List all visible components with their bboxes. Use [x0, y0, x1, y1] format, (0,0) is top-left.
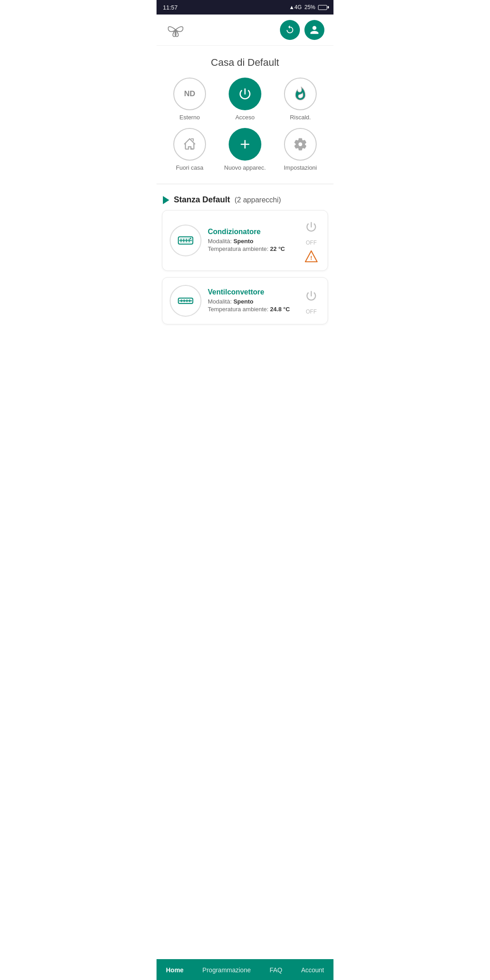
riscald-text: Riscald. [290, 114, 311, 121]
fuori-casa-text: Fuori casa [176, 164, 204, 171]
section-divider [157, 184, 333, 184]
condizionatore-controls: OFF ! [302, 218, 320, 263]
status-right: ▲4G 25% [289, 4, 327, 10]
riscald-button[interactable] [284, 78, 317, 110]
ventilconvettore-temp: Temperatura ambiente: 24.8 °C [208, 306, 298, 313]
plus-icon [238, 137, 252, 152]
ventilconvettore-controls: OFF [302, 287, 320, 315]
nuovo-apparec-button[interactable] [229, 128, 261, 161]
svg-point-0 [175, 29, 176, 31]
room-count: (2 apparecchi) [235, 196, 281, 204]
account-icon [309, 25, 319, 35]
status-time: 11:57 [163, 4, 178, 11]
impostazioni-text: Impostazioni [284, 164, 317, 171]
action-item-fuori-casa: Fuori casa [164, 128, 216, 171]
ventilconvettore-name: Ventilconvettore [208, 288, 298, 296]
condizionatore-temp: Temperatura ambiente: 22 °C [208, 245, 298, 252]
condizionatore-power-icon [305, 220, 318, 233]
device-card-condizionatore[interactable]: Condizionatore Modalità: Spento Temperat… [162, 210, 328, 271]
room-title: Stanza Default [174, 195, 230, 205]
svg-text:!: ! [310, 255, 312, 261]
condizionatore-modalita: Modalità: Spento [208, 238, 298, 245]
esterno-text: Esterno [180, 114, 200, 121]
main-content: Casa di Default ND Esterno Acceso [157, 46, 333, 374]
refresh-button[interactable] [280, 20, 300, 40]
home-away-icon [182, 137, 197, 152]
power-icon [238, 87, 252, 101]
action-item-impostazioni: Impostazioni [274, 128, 326, 171]
warning-icon: ! [304, 250, 318, 263]
room-header: Stanza Default (2 apparecchi) [157, 195, 333, 210]
account-button[interactable] [304, 20, 324, 40]
condizionatore-icon-wrap [170, 225, 201, 256]
ventilconvettore-power-button[interactable] [302, 287, 320, 305]
signal-icon: ▲4G [289, 4, 302, 10]
app-header [157, 15, 333, 46]
action-item-nuovo: Nuovo apparec. [219, 128, 271, 171]
impostazioni-button[interactable] [284, 128, 317, 161]
flame-icon [293, 87, 308, 101]
condizionatore-info: Condizionatore Modalità: Spento Temperat… [208, 228, 298, 253]
header-actions [280, 20, 324, 40]
ventilconvettore-status: OFF [306, 309, 317, 315]
room-section: Stanza Default (2 apparecchi) Condiziona… [157, 188, 333, 338]
condizionatore-power-button[interactable] [302, 218, 320, 236]
refresh-icon [285, 25, 295, 35]
status-bar: 11:57 ▲4G 25% [157, 0, 333, 15]
battery-icon [318, 5, 327, 10]
device-card-ventilconvettore[interactable]: Ventilconvettore Modalità: Spento Temper… [162, 277, 328, 324]
esterno-label: ND [184, 89, 196, 98]
page-title: Casa di Default [157, 46, 333, 78]
condizionatore-icon [177, 232, 194, 249]
svg-point-8 [190, 238, 191, 239]
ventilconvettore-icon-wrap [170, 285, 201, 317]
action-item-acceso: Acceso [219, 78, 271, 121]
room-chevron-icon [163, 196, 169, 204]
gear-icon [293, 137, 308, 152]
ventilconvettore-icon [177, 293, 194, 309]
condizionatore-status: OFF [306, 240, 317, 246]
condizionatore-name: Condizionatore [208, 228, 298, 236]
ventilconvettore-modalita: Modalità: Spento [208, 298, 298, 305]
esterno-button[interactable]: ND [173, 78, 206, 110]
action-item-riscald: Riscald. [274, 78, 326, 121]
nuovo-apparec-text: Nuovo apparec. [224, 164, 266, 171]
action-item-esterno: ND Esterno [164, 78, 216, 121]
acceso-button[interactable] [229, 78, 261, 110]
ventilconvettore-info: Ventilconvettore Modalità: Spento Temper… [208, 288, 298, 314]
ventilconvettore-power-icon [305, 289, 318, 302]
fuori-casa-button[interactable] [173, 128, 206, 161]
logo-butterfly [166, 20, 186, 40]
acceso-text: Acceso [235, 114, 255, 121]
action-grid: ND Esterno Acceso Riscald. [157, 78, 333, 180]
battery-percent: 25% [304, 4, 315, 10]
